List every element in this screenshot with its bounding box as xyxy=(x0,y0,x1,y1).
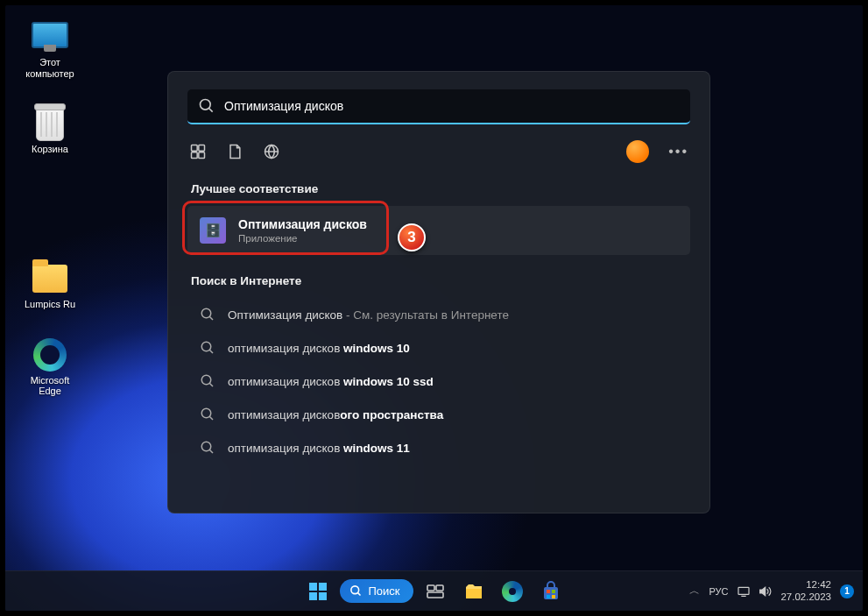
svg-rect-18 xyxy=(318,583,326,591)
svg-line-16 xyxy=(209,450,213,453)
web-result-item[interactable]: оптимизация дисков windows 10 ssd xyxy=(187,365,690,398)
svg-rect-3 xyxy=(199,145,205,152)
user-avatar[interactable] xyxy=(626,140,649,163)
svg-point-0 xyxy=(201,100,211,110)
notification-badge[interactable]: 1 xyxy=(840,584,854,598)
svg-line-14 xyxy=(209,416,213,420)
svg-rect-17 xyxy=(308,583,316,591)
svg-rect-25 xyxy=(427,592,443,598)
desktop-icon-this-pc[interactable]: Этот компьютер xyxy=(18,18,81,79)
desktop-icon-label: Microsoft Edge xyxy=(18,375,81,397)
taskbar-search-button[interactable]: Поиск xyxy=(339,579,413,603)
file-explorer-button[interactable] xyxy=(457,575,490,608)
documents-filter-icon[interactable] xyxy=(226,143,243,160)
best-match-header: Лучшее соответствие xyxy=(191,182,690,195)
best-match-result[interactable]: 🗄️ Оптимизация дисков Приложение xyxy=(187,206,690,255)
web-result-item[interactable]: оптимизация дисков windows 10 xyxy=(187,331,690,365)
web-result-item[interactable]: Оптимизация дисков - См. результаты в Ин… xyxy=(187,298,690,331)
taskbar: Поиск ︿ РУС 12:42 27.02. xyxy=(5,570,863,611)
web-result-item[interactable]: оптимизация дисков windows 11 xyxy=(187,431,690,464)
search-icon xyxy=(200,440,215,456)
best-match-subtitle: Приложение xyxy=(238,233,367,244)
taskbar-time: 12:42 xyxy=(780,579,831,591)
desktop-icon-label: Этот компьютер xyxy=(18,57,81,79)
search-icon xyxy=(200,340,215,356)
svg-rect-28 xyxy=(552,590,555,593)
desktop-icon-recycle-bin[interactable]: Корзина xyxy=(18,105,81,155)
svg-point-15 xyxy=(201,442,211,451)
web-result-item[interactable]: оптимизация дискового пространства xyxy=(187,398,690,431)
defrag-app-icon: 🗄️ xyxy=(200,217,226,244)
language-indicator[interactable]: РУС xyxy=(709,586,728,597)
svg-rect-26 xyxy=(544,587,558,599)
desktop-icon-edge[interactable]: Microsoft Edge xyxy=(18,336,81,397)
svg-rect-20 xyxy=(318,592,326,600)
svg-point-21 xyxy=(350,586,358,594)
search-input[interactable] xyxy=(224,99,680,113)
desktop-icon-label: Lumpics Ru xyxy=(25,299,75,310)
apps-filter-icon[interactable] xyxy=(189,143,207,160)
web-results-list: Оптимизация дисков - См. результаты в Ин… xyxy=(187,298,690,464)
start-search-panel: ••• Лучшее соответствие 🗄️ Оптимизация д… xyxy=(167,71,710,513)
desktop-icon-label: Корзина xyxy=(32,144,68,155)
search-filter-row: ••• xyxy=(189,140,688,163)
network-icon xyxy=(737,584,751,598)
web-filter-icon[interactable] xyxy=(263,143,280,160)
svg-point-9 xyxy=(201,342,211,351)
search-icon xyxy=(200,373,215,389)
taskbar-search-label: Поиск xyxy=(368,584,399,598)
svg-line-10 xyxy=(209,350,213,353)
search-icon xyxy=(200,307,215,322)
best-match-title: Оптимизация дисков xyxy=(238,217,367,231)
svg-rect-5 xyxy=(199,152,205,159)
svg-rect-30 xyxy=(552,595,555,598)
svg-rect-27 xyxy=(547,590,550,593)
taskbar-clock[interactable]: 12:42 27.02.2023 xyxy=(780,579,831,604)
annotation-step-badge: 3 xyxy=(398,223,426,251)
svg-rect-2 xyxy=(192,145,198,152)
search-icon xyxy=(198,97,215,115)
web-search-header: Поиск в Интернете xyxy=(191,274,690,287)
search-box[interactable] xyxy=(187,89,690,124)
desktop: Этот компьютер Корзина Lumpics Ru Micros… xyxy=(5,5,863,611)
taskbar-date: 27.02.2023 xyxy=(780,591,831,604)
start-button[interactable] xyxy=(300,575,334,608)
svg-rect-19 xyxy=(308,592,316,600)
task-view-button[interactable] xyxy=(419,575,452,608)
desktop-icon-lumpics[interactable]: Lumpics Ru xyxy=(18,260,81,310)
edge-button[interactable] xyxy=(496,575,529,608)
svg-line-1 xyxy=(209,109,213,112)
svg-point-7 xyxy=(201,308,211,318)
svg-line-22 xyxy=(357,592,360,595)
desktop-icons: Этот компьютер Корзина Lumpics Ru Micros… xyxy=(18,18,81,397)
store-button[interactable] xyxy=(534,575,568,608)
volume-icon xyxy=(758,584,772,598)
svg-point-13 xyxy=(201,408,211,418)
svg-rect-31 xyxy=(738,587,749,594)
svg-line-12 xyxy=(209,383,213,386)
search-icon xyxy=(200,407,215,422)
svg-rect-24 xyxy=(436,585,443,591)
svg-point-11 xyxy=(201,375,211,385)
more-options-button[interactable]: ••• xyxy=(668,144,688,159)
tray-chevron-up-icon[interactable]: ︿ xyxy=(689,584,700,598)
svg-line-8 xyxy=(209,316,213,320)
svg-rect-23 xyxy=(427,585,434,591)
svg-rect-4 xyxy=(192,152,198,159)
svg-rect-29 xyxy=(547,595,550,598)
system-tray[interactable] xyxy=(737,584,772,598)
